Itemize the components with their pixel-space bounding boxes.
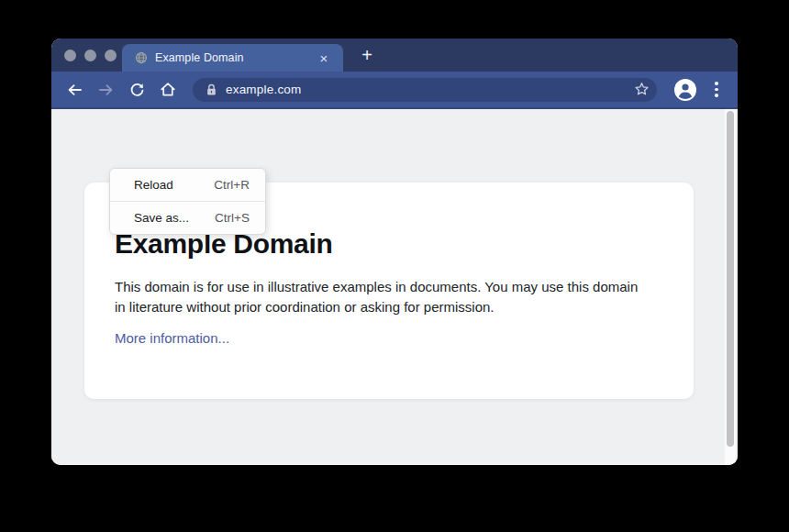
star-icon — [634, 82, 650, 97]
kebab-dot — [715, 94, 718, 97]
home-button[interactable] — [154, 76, 182, 104]
forward-button[interactable] — [92, 76, 119, 104]
kebab-dot — [715, 82, 718, 85]
maximize-window-button[interactable] — [105, 50, 117, 61]
close-window-button[interactable] — [64, 50, 76, 61]
browser-window: Example Domain × + — [51, 39, 738, 465]
new-tab-button[interactable]: + — [354, 42, 380, 68]
context-menu-item-save-as[interactable]: Save as... Ctrl+S — [110, 201, 265, 234]
context-menu: Reload Ctrl+R Save as... Ctrl+S — [109, 168, 266, 235]
browser-toolbar: example.com — [51, 72, 738, 109]
reload-icon — [129, 82, 145, 97]
scrollbar-thumb[interactable] — [727, 111, 734, 447]
url-text[interactable]: example.com — [226, 83, 634, 96]
avatar-icon — [673, 78, 697, 102]
address-bar[interactable]: example.com — [193, 78, 657, 102]
window-controls — [64, 50, 117, 61]
page-paragraph: This domain is for use in illustrative e… — [115, 277, 649, 316]
globe-favicon-icon — [135, 51, 148, 64]
minimize-window-button[interactable] — [84, 50, 96, 61]
profile-button[interactable] — [673, 78, 697, 102]
menu-item-shortcut: Ctrl+S — [215, 211, 250, 225]
menu-item-label: Reload — [134, 178, 173, 192]
home-icon — [160, 82, 176, 97]
forward-arrow-icon — [98, 83, 114, 97]
more-information-link[interactable]: More information... — [115, 330, 229, 346]
tab-strip: Example Domain × + — [51, 39, 738, 72]
screenshot-stage: Example Domain × + — [0, 0, 789, 532]
menu-item-label: Save as... — [134, 211, 189, 225]
browser-menu-button[interactable] — [706, 76, 727, 104]
tab-title: Example Domain — [155, 51, 316, 64]
kebab-dot — [715, 88, 718, 92]
scrollbar-track[interactable] — [725, 109, 736, 465]
lock-icon — [206, 83, 217, 96]
menu-item-shortcut: Ctrl+R — [214, 178, 250, 192]
page-viewport: Example Domain This domain is for use in… — [51, 109, 738, 465]
back-arrow-icon — [67, 83, 83, 97]
back-button[interactable] — [61, 76, 88, 104]
tab-example-domain[interactable]: Example Domain × — [122, 44, 343, 72]
reload-button[interactable] — [123, 76, 150, 104]
tab-close-icon[interactable]: × — [316, 51, 332, 65]
bookmark-button[interactable] — [634, 82, 650, 97]
context-menu-item-reload[interactable]: Reload Ctrl+R — [110, 169, 265, 201]
